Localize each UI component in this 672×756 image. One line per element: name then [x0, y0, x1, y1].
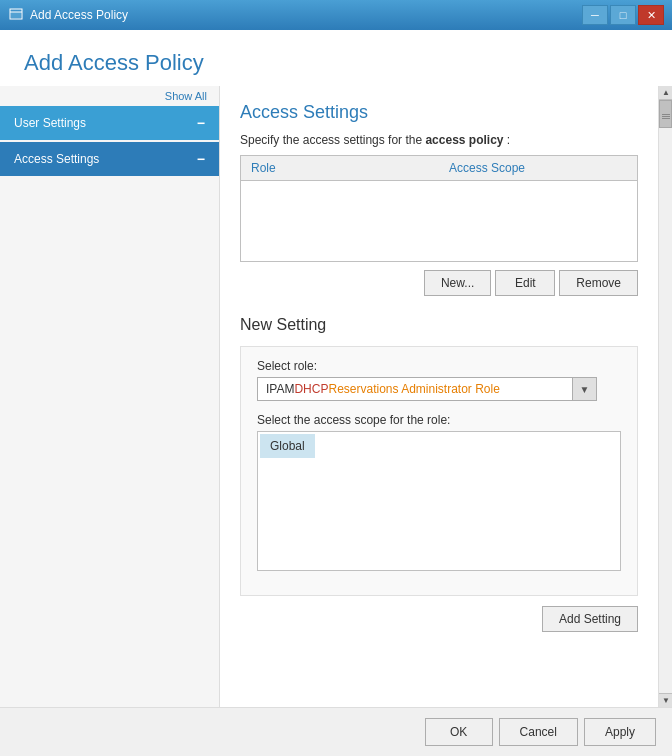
ok-button[interactable]: OK [425, 718, 493, 746]
edit-button[interactable]: Edit [495, 270, 555, 296]
window-body: Add Access Policy Show All User Settings… [0, 30, 672, 756]
remove-button[interactable]: Remove [559, 270, 638, 296]
footer: OK Cancel Apply [0, 707, 672, 756]
table-header-scope: Access Scope [439, 156, 637, 180]
scroll-track-body [659, 100, 672, 693]
title-bar-icon [8, 7, 24, 23]
select-role-group: Select role: IPAM DHCP Reservations Admi… [257, 359, 621, 401]
content-area: Show All User Settings − Access Settings… [0, 86, 672, 707]
role-part-rest: Reservations Administrator Role [328, 382, 499, 396]
new-button[interactable]: New... [424, 270, 491, 296]
show-all-link[interactable]: Show All [0, 86, 219, 106]
section-desc-bold: access policy [425, 133, 503, 147]
access-settings-table: Role Access Scope [240, 155, 638, 262]
select-scope-label: Select the access scope for the role: [257, 413, 621, 427]
add-setting-button[interactable]: Add Setting [542, 606, 638, 632]
select-scope-group: Select the access scope for the role: Gl… [257, 413, 621, 571]
section-description: Specify the access settings for the acce… [240, 133, 638, 147]
main-panel-wrapper: Access Settings Specify the access setti… [220, 86, 672, 707]
scope-item-global[interactable]: Global [260, 434, 315, 458]
apply-button[interactable]: Apply [584, 718, 656, 746]
scroll-down-arrow[interactable]: ▼ [659, 693, 672, 707]
sidebar-item-label-access-settings: Access Settings [14, 152, 99, 166]
new-setting-title: New Setting [240, 316, 638, 334]
main-content: Access Settings Specify the access setti… [220, 86, 658, 707]
section-desc-text1: Specify the access settings for the [240, 133, 422, 147]
title-bar-buttons: ─ □ ✕ [582, 5, 664, 25]
title-bar-title: Add Access Policy [30, 8, 582, 22]
minimize-button[interactable]: ─ [582, 5, 608, 25]
sidebar-item-collapse-access-settings: − [197, 151, 205, 167]
scope-list[interactable]: Global [257, 431, 621, 571]
sidebar: Show All User Settings − Access Settings… [0, 86, 220, 707]
close-button[interactable]: ✕ [638, 5, 664, 25]
maximize-button[interactable]: □ [610, 5, 636, 25]
role-dropdown-wrapper[interactable]: IPAM DHCP Reservations Administrator Rol… [257, 377, 597, 401]
table-button-row: New... Edit Remove [240, 270, 638, 296]
section-desc-text2: : [507, 133, 510, 147]
window-header: Add Access Policy [0, 30, 672, 86]
table-header-role: Role [241, 156, 439, 180]
title-bar: Add Access Policy ─ □ ✕ [0, 0, 672, 30]
page-title: Add Access Policy [24, 50, 648, 76]
table-header-row: Role Access Scope [241, 156, 637, 181]
select-role-label: Select role: [257, 359, 621, 373]
access-settings-title: Access Settings [240, 102, 638, 123]
sidebar-item-access-settings[interactable]: Access Settings − [0, 142, 219, 176]
table-body [241, 181, 637, 261]
scroll-thumb[interactable] [659, 100, 672, 128]
role-part-dhcp: DHCP [294, 382, 328, 396]
scrollbar: ▲ ▼ [658, 86, 672, 707]
role-part-ipam: IPAM [266, 382, 294, 396]
sidebar-item-user-settings[interactable]: User Settings − [0, 106, 219, 140]
svg-rect-1 [11, 12, 21, 18]
sidebar-item-collapse-user-settings: − [197, 115, 205, 131]
sidebar-item-label-user-settings: User Settings [14, 116, 86, 130]
cancel-button[interactable]: Cancel [499, 718, 578, 746]
scroll-up-arrow[interactable]: ▲ [659, 86, 672, 100]
dropdown-arrow-icon[interactable]: ▼ [572, 378, 596, 400]
role-select-display[interactable]: IPAM DHCP Reservations Administrator Rol… [257, 377, 597, 401]
scroll-grip [662, 114, 670, 115]
new-setting-form: Select role: IPAM DHCP Reservations Admi… [240, 346, 638, 596]
add-setting-row: Add Setting [240, 606, 638, 632]
